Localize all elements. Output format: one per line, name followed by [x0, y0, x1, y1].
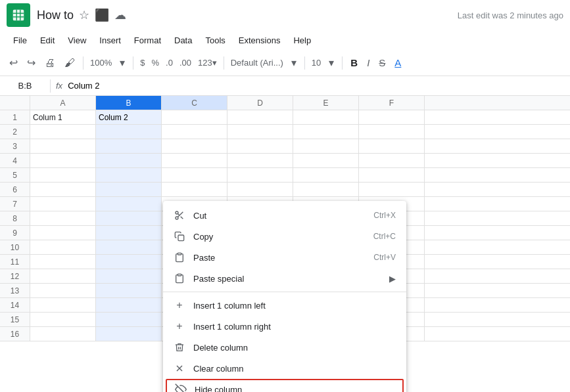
underline-button[interactable]: A — [391, 54, 405, 71]
undo-button[interactable]: ↩ — [5, 54, 22, 72]
zoom-select[interactable]: 100% — [87, 56, 114, 69]
cell-b7[interactable] — [96, 197, 162, 211]
cell-d3[interactable] — [227, 139, 293, 153]
cell-f3[interactable] — [359, 139, 425, 153]
cell-b12[interactable] — [96, 269, 162, 283]
cell-a9[interactable] — [30, 226, 96, 240]
cell-a10[interactable] — [30, 240, 96, 254]
cell-f4[interactable] — [359, 154, 425, 167]
strikethrough-button[interactable]: S — [375, 54, 389, 71]
cell-b16[interactable] — [96, 327, 162, 341]
font-size-input[interactable]: 10 — [309, 56, 323, 69]
ctx-copy[interactable]: Copy Ctrl+C — [163, 226, 406, 247]
cell-c5[interactable] — [162, 168, 227, 182]
col-header-b[interactable]: B — [96, 96, 162, 110]
cell-b10[interactable] — [96, 240, 162, 254]
col-header-e[interactable]: E — [293, 96, 359, 110]
cloud-icon[interactable]: ☁ — [114, 8, 126, 22]
ctx-cut[interactable]: Cut Ctrl+X — [163, 205, 406, 226]
cell-c4[interactable] — [162, 154, 227, 167]
print-button[interactable]: 🖨 — [41, 54, 59, 72]
cell-e6[interactable] — [293, 183, 359, 196]
menu-data[interactable]: Data — [168, 33, 199, 48]
format-123-button[interactable]: 123▾ — [195, 56, 220, 69]
cell-b15[interactable] — [96, 313, 162, 326]
menu-help[interactable]: Help — [287, 33, 318, 48]
cell-b13[interactable] — [96, 284, 162, 297]
cell-e2[interactable] — [293, 125, 359, 139]
download-icon[interactable]: ⬛ — [95, 8, 109, 22]
cell-a6[interactable] — [30, 183, 96, 196]
menu-format[interactable]: Format — [128, 33, 168, 48]
paint-format-button[interactable]: 🖌 — [60, 54, 79, 72]
cell-f2[interactable] — [359, 125, 425, 139]
cell-b8[interactable] — [96, 211, 162, 225]
cell-a8[interactable] — [30, 211, 96, 225]
ctx-hide-col[interactable]: Hide column — [166, 379, 404, 392]
ctx-delete-col[interactable]: Delete column — [163, 337, 406, 358]
menu-extensions[interactable]: Extensions — [232, 33, 287, 48]
cell-reference[interactable]: B:B — [5, 81, 45, 91]
menu-edit[interactable]: Edit — [34, 33, 61, 48]
cell-e1[interactable] — [293, 110, 359, 124]
cell-f1[interactable] — [359, 110, 425, 124]
redo-button[interactable]: ↪ — [23, 54, 39, 72]
decimal-dec-button[interactable]: .0 — [163, 56, 176, 69]
percent-button[interactable]: % — [149, 56, 162, 69]
cell-d6[interactable] — [227, 183, 293, 196]
menu-view[interactable]: View — [61, 33, 93, 48]
menu-file[interactable]: File — [7, 33, 34, 48]
cell-f5[interactable] — [359, 168, 425, 182]
cell-b14[interactable] — [96, 298, 162, 312]
star-icon[interactable]: ☆ — [79, 8, 89, 22]
menu-tools[interactable]: Tools — [199, 33, 231, 48]
cell-b1[interactable]: Colum 2 — [96, 110, 162, 124]
cell-a1[interactable]: Colum 1 — [30, 110, 96, 124]
menu-insert[interactable]: Insert — [93, 33, 128, 48]
cell-d5[interactable] — [227, 168, 293, 182]
col-header-d[interactable]: D — [227, 96, 293, 110]
cell-d1[interactable] — [227, 110, 293, 124]
cell-c2[interactable] — [162, 125, 227, 139]
ctx-clear-col[interactable]: Clear column — [163, 358, 406, 379]
decimal-inc-button[interactable]: .00 — [177, 56, 194, 69]
cell-d2[interactable] — [227, 125, 293, 139]
cell-e4[interactable] — [293, 154, 359, 167]
bold-button[interactable]: B — [346, 54, 362, 71]
cell-b4[interactable] — [96, 154, 162, 167]
cell-a4[interactable] — [30, 154, 96, 167]
formula-input[interactable]: Colum 2 — [68, 81, 565, 91]
cell-f6[interactable] — [359, 183, 425, 196]
cell-b3[interactable] — [96, 139, 162, 153]
cell-a7[interactable] — [30, 197, 96, 211]
cell-a3[interactable] — [30, 139, 96, 153]
cell-b9[interactable] — [96, 226, 162, 240]
font-size-dropdown-icon[interactable]: ▾ — [325, 54, 338, 72]
cell-d4[interactable] — [227, 154, 293, 167]
currency-button[interactable]: $ — [137, 56, 147, 69]
zoom-dropdown-icon[interactable]: ▾ — [116, 54, 129, 72]
cell-c1[interactable] — [162, 110, 227, 124]
cell-b5[interactable] — [96, 168, 162, 182]
cell-a5[interactable] — [30, 168, 96, 182]
cell-b2[interactable] — [96, 125, 162, 139]
col-header-c[interactable]: C — [162, 96, 227, 110]
cell-a15[interactable] — [30, 313, 96, 326]
cell-b11[interactable] — [96, 255, 162, 269]
cell-e5[interactable] — [293, 168, 359, 182]
cell-a14[interactable] — [30, 298, 96, 312]
cell-a2[interactable] — [30, 125, 96, 139]
ctx-paste-special[interactable]: Paste special ▶ — [163, 268, 406, 289]
col-header-f[interactable]: F — [359, 96, 425, 110]
col-header-a[interactable]: A — [30, 96, 96, 110]
cell-a11[interactable] — [30, 255, 96, 269]
cell-a12[interactable] — [30, 269, 96, 283]
cell-b6[interactable] — [96, 183, 162, 196]
cell-a13[interactable] — [30, 284, 96, 297]
cell-c3[interactable] — [162, 139, 227, 153]
cell-c6[interactable] — [162, 183, 227, 196]
cell-a16[interactable] — [30, 327, 96, 341]
font-dropdown-icon[interactable]: ▾ — [287, 54, 300, 72]
ctx-insert-col-right[interactable]: + Insert 1 column right — [163, 316, 406, 337]
ctx-insert-col-left[interactable]: + Insert 1 column left — [163, 295, 406, 316]
